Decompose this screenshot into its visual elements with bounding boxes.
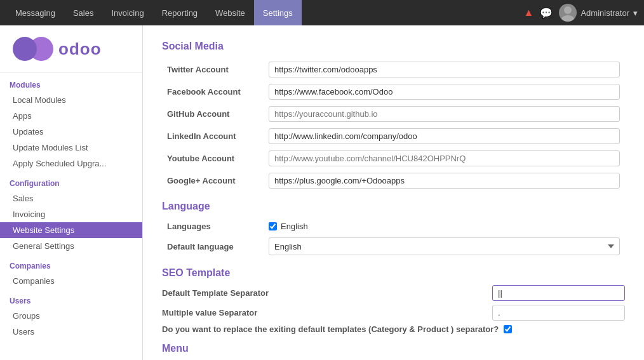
svg-point-0	[564, 6, 572, 14]
language-form: Languages English Default language Engli…	[162, 218, 625, 258]
user-label: Administrator	[580, 8, 629, 18]
linkedin-row: LinkedIn Account	[162, 125, 625, 147]
youtube-row: Youtube Account	[162, 147, 625, 170]
topnav-reporting[interactable]: Reporting	[153, 0, 206, 25]
seo-replace-checkbox[interactable]	[504, 325, 512, 333]
layout: odoo Modules Local Modules Apps Updates …	[0, 25, 644, 360]
twitter-row: Twitter Account	[162, 58, 625, 81]
avatar	[559, 4, 577, 22]
seo-multiple-separator-input[interactable]	[492, 305, 625, 321]
facebook-row: Facebook Account	[162, 81, 625, 103]
topnav-sales[interactable]: Sales	[64, 0, 103, 25]
topnav-messaging[interactable]: Messaging	[6, 0, 64, 25]
odoo-logo: odoo	[13, 37, 130, 61]
sidebar-item-invoicing[interactable]: Invoicing	[0, 206, 142, 222]
sidebar-item-general-settings[interactable]: General Settings	[0, 238, 142, 254]
menu-title: Menu	[162, 343, 625, 354]
sidebar-logo: odoo	[0, 25, 142, 73]
sidebar-item-local-modules[interactable]: Local Modules	[0, 92, 142, 108]
seo-default-separator-label: Default Template Separator	[162, 288, 492, 298]
default-language-row: Default language English	[162, 234, 625, 258]
logo-text: odoo	[58, 39, 102, 59]
twitter-label: Twitter Account	[162, 58, 264, 81]
topnav: Messaging Sales Invoicing Reporting Webs…	[0, 0, 644, 25]
main-content: Social Media Twitter Account Facebook Ac…	[143, 25, 644, 360]
topnav-right: ▲ 💬 Administrator ▾	[524, 4, 638, 22]
googleplus-label: Google+ Account	[162, 170, 264, 192]
sidebar-item-groups[interactable]: Groups	[0, 308, 142, 324]
sidebar-section-companies: Companies	[0, 254, 142, 273]
twitter-input[interactable]	[269, 62, 620, 77]
sidebar-item-apps[interactable]: Apps	[0, 108, 142, 124]
default-language-label: Default language	[162, 234, 264, 258]
default-language-select[interactable]: English	[269, 237, 620, 255]
sidebar-item-website-settings[interactable]: Website Settings	[0, 222, 142, 238]
github-input[interactable]	[269, 106, 620, 122]
logo-circle-1	[13, 37, 37, 61]
language-checkbox-row: English	[269, 222, 620, 231]
seo-replace-label: Do you want to replace the exiting defau…	[162, 324, 499, 334]
seo-template-title: SEO Template	[162, 267, 625, 279]
chat-icon[interactable]: 💬	[540, 7, 553, 19]
english-checkbox[interactable]	[269, 222, 277, 230]
googleplus-row: Google+ Account	[162, 170, 625, 192]
sidebar-item-updates[interactable]: Updates	[0, 124, 142, 140]
googleplus-input[interactable]	[269, 173, 620, 189]
english-label: English	[281, 222, 308, 231]
topnav-settings[interactable]: Settings	[254, 0, 302, 25]
user-chevron: ▾	[633, 8, 638, 18]
topnav-website[interactable]: Website	[206, 0, 254, 25]
seo-default-separator-input[interactable]	[492, 285, 625, 301]
social-media-title: Social Media	[162, 41, 625, 52]
sidebar-item-apply-scheduled[interactable]: Apply Scheduled Upgra...	[0, 156, 142, 171]
seo-multiple-separator-row: Multiple value Separator	[162, 305, 625, 321]
youtube-input[interactable]	[269, 150, 620, 166]
sidebar-item-users[interactable]: Users	[0, 324, 142, 340]
languages-row: Languages English	[162, 218, 625, 234]
facebook-input[interactable]	[269, 84, 620, 100]
content-inner: Social Media Twitter Account Facebook Ac…	[143, 25, 644, 360]
github-row: GitHub Account	[162, 103, 625, 125]
linkedin-input[interactable]	[269, 128, 620, 144]
sidebar-item-companies[interactable]: Companies	[0, 273, 142, 289]
social-media-form: Twitter Account Facebook Account GitHub …	[162, 58, 625, 192]
seo-multiple-separator-label: Multiple value Separator	[162, 308, 492, 317]
seo-default-separator-row: Default Template Separator	[162, 285, 625, 301]
alert-icon[interactable]: ▲	[524, 7, 534, 18]
sidebar-section-modules: Modules	[0, 73, 142, 92]
topnav-items: Messaging Sales Invoicing Reporting Webs…	[6, 0, 524, 25]
sidebar-item-update-modules-list[interactable]: Update Modules List	[0, 140, 142, 156]
github-label: GitHub Account	[162, 103, 264, 125]
linkedin-label: LinkedIn Account	[162, 125, 264, 147]
sidebar: odoo Modules Local Modules Apps Updates …	[0, 25, 143, 360]
language-title: Language	[162, 201, 625, 212]
sidebar-section-users: Users	[0, 289, 142, 308]
sidebar-section-configuration: Configuration	[0, 171, 142, 190]
user-area[interactable]: Administrator ▾	[559, 4, 638, 22]
facebook-label: Facebook Account	[162, 81, 264, 103]
svg-point-1	[561, 15, 574, 22]
languages-label: Languages	[162, 218, 264, 234]
sidebar-item-sales[interactable]: Sales	[0, 190, 142, 206]
youtube-label: Youtube Account	[162, 147, 264, 170]
topnav-invoicing[interactable]: Invoicing	[102, 0, 152, 25]
seo-replace-row: Do you want to replace the exiting defau…	[162, 324, 625, 334]
